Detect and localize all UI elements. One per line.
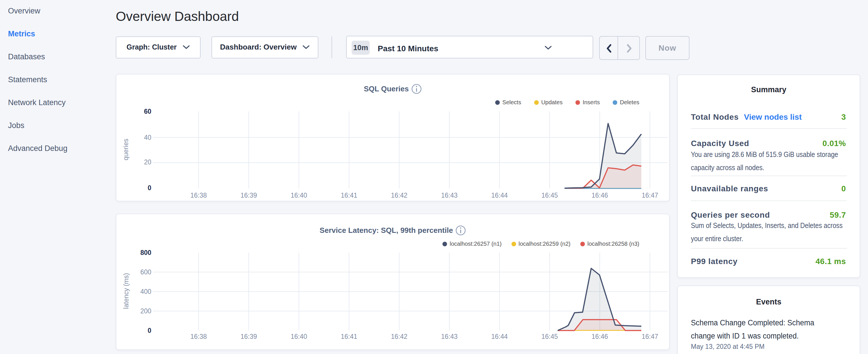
svg-text:16:45: 16:45 [541,333,558,340]
svg-text:16:47: 16:47 [642,192,658,199]
svg-text:20: 20 [144,158,151,166]
svg-text:16:38: 16:38 [190,333,207,340]
svg-text:16:40: 16:40 [290,192,307,199]
svg-text:0: 0 [148,327,151,334]
svg-text:16:41: 16:41 [341,192,358,199]
svg-text:40: 40 [144,134,151,141]
svg-text:0: 0 [148,184,151,192]
svg-text:400: 400 [141,288,151,295]
svg-text:16:43: 16:43 [441,333,458,340]
svg-text:16:38: 16:38 [190,192,207,199]
svg-text:16:43: 16:43 [441,192,458,199]
svg-text:16:45: 16:45 [541,192,558,199]
svg-text:16:40: 16:40 [290,333,307,340]
svg-text:16:44: 16:44 [491,192,508,199]
svg-text:16:39: 16:39 [241,333,257,340]
svg-text:600: 600 [141,268,151,276]
svg-text:60: 60 [144,108,151,115]
svg-text:16:42: 16:42 [391,333,407,340]
svg-text:16:44: 16:44 [491,333,508,340]
svg-text:16:46: 16:46 [591,333,608,340]
svg-text:16:41: 16:41 [341,333,358,340]
svg-text:200: 200 [141,307,151,315]
svg-text:latency (ms): latency (ms) [122,273,130,309]
svg-text:queries: queries [122,139,129,160]
svg-text:16:39: 16:39 [241,192,257,199]
svg-text:800: 800 [141,249,151,256]
svg-text:16:42: 16:42 [391,192,407,199]
svg-text:16:46: 16:46 [591,192,608,199]
svg-text:16:47: 16:47 [642,333,658,340]
